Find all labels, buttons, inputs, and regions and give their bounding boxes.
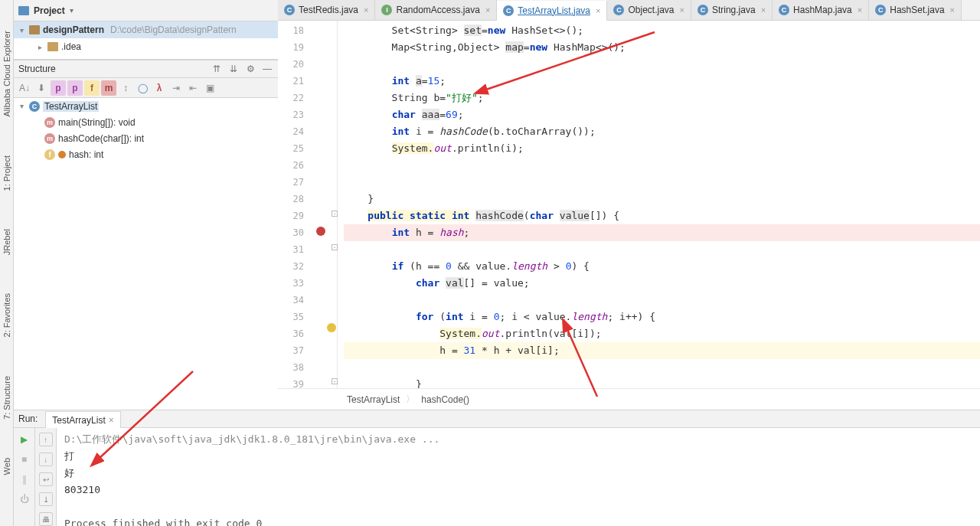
code-text[interactable]: Set<String> set=new HashSet<>(); Map<Str… — [338, 21, 980, 388]
nav-project-label[interactable]: Project — [34, 5, 65, 16]
class-icon: C — [697, 5, 708, 15]
tab-string[interactable]: CString.java× — [691, 0, 773, 20]
expand-icon[interactable]: ▾ — [17, 26, 26, 34]
exit-icon[interactable]: ⏻ — [18, 492, 31, 506]
console-cmdline: D:\工作软件\java\soft\java_jdk\jdk1.8.0_181\… — [64, 433, 439, 445]
member-label: hash: int — [69, 149, 103, 160]
rerun-icon[interactable]: ▶ — [18, 433, 31, 446]
show-lambda-icon[interactable]: λ — [152, 80, 167, 96]
structure-member-row[interactable]: m main(String[]): void — [14, 114, 278, 130]
class-icon: C — [613, 5, 624, 15]
breadcrumb-class[interactable]: TestArrayList — [347, 394, 400, 405]
run-left-toolbar: ▶ ■ ‖ ⏻ — [14, 428, 35, 526]
sort-alpha-icon[interactable]: A↓ — [17, 80, 32, 96]
show-properties-icon[interactable]: p — [51, 80, 66, 96]
tab-object[interactable]: CObject.java× — [607, 0, 691, 20]
nav-dropdown-icon[interactable]: ▾ — [70, 6, 74, 15]
class-icon: C — [503, 5, 514, 16]
autoscroll-from-icon[interactable]: ⇤ — [185, 80, 201, 96]
side-web[interactable]: Web — [2, 458, 11, 475]
intention-bulb-icon[interactable] — [327, 323, 336, 332]
console-exit: Process finished with exit code 0 — [64, 518, 262, 526]
up-icon[interactable]: ↑ — [39, 433, 53, 446]
show-fields-icon[interactable]: f — [84, 80, 100, 96]
folder-icon — [47, 42, 58, 51]
tab-hashset[interactable]: CHashSet.java× — [869, 0, 962, 20]
tab-randomaccess[interactable]: IRandomAccess.java× — [375, 0, 497, 20]
structure-class-row[interactable]: ▾ C TestArrayList — [14, 98, 278, 114]
folder-name: .idea — [61, 41, 81, 52]
tab-testarraylist[interactable]: CTestArrayList.java× — [497, 1, 607, 21]
close-icon[interactable]: × — [364, 5, 368, 15]
breakpoint-icon[interactable] — [316, 227, 325, 236]
show-inherited-icon[interactable]: ↕ — [118, 80, 133, 96]
tab-label: RandomAccess.java — [396, 5, 479, 15]
class-icon: C — [284, 5, 295, 15]
left-tool-gutter: Alibaba Cloud Explorer 1: Project JRebel… — [0, 0, 14, 526]
tab-label: Object.java — [628, 5, 674, 15]
stop-icon[interactable]: ■ — [18, 452, 31, 466]
project-root-name: designPattern — [43, 25, 104, 35]
close-icon[interactable]: × — [596, 6, 600, 15]
expand-icon[interactable]: ▸ — [35, 43, 44, 51]
console-line: 好 — [64, 467, 74, 479]
show-packages-icon[interactable]: p — [67, 80, 83, 96]
structure-member-row[interactable]: m hashCode(char[]): int — [14, 130, 278, 146]
expand-all-icon[interactable]: ⇈ — [211, 63, 223, 75]
close-icon[interactable]: × — [109, 415, 114, 426]
expand-icon[interactable]: ▾ — [17, 102, 26, 110]
pause-icon[interactable]: ‖ — [18, 472, 31, 486]
close-icon[interactable]: × — [485, 5, 490, 15]
module-folder-icon — [29, 25, 40, 34]
side-structure[interactable]: 7: Structure — [2, 376, 11, 420]
project-root-path: D:\code\BigData\designPattern — [110, 25, 237, 35]
structure-header: Structure ⇈ ⇊ ⚙ — — [14, 60, 278, 78]
gear-icon[interactable]: ⚙ — [244, 63, 256, 75]
tab-testredis[interactable]: CTestRedis.java× — [278, 0, 375, 20]
project-root-row[interactable]: ▾ designPattern D:\code\BigData\designPa… — [14, 21, 278, 38]
side-favorites[interactable]: 2: Favorites — [2, 293, 11, 337]
run-right-toolbar: ↑ ↓ ↩ ⤓ 🖶 — [35, 428, 57, 526]
run-config-tab[interactable]: TestArrayList × — [45, 411, 120, 429]
scroll-end-icon[interactable]: ⤓ — [39, 492, 53, 506]
tab-label: HashSet.java — [890, 5, 944, 15]
soft-wrap-icon[interactable]: ↩ — [39, 472, 53, 486]
autoscroll-to-icon[interactable]: ⇥ — [168, 80, 184, 96]
collapse-all-icon[interactable]: ⇊ — [227, 63, 240, 75]
hide-icon[interactable]: — — [261, 63, 273, 75]
breadcrumb-method[interactable]: hashCode() — [421, 394, 469, 405]
fold-icon[interactable]: - — [332, 378, 338, 384]
breadcrumb-separator: 〉 — [406, 393, 415, 406]
close-icon[interactable]: × — [950, 5, 955, 15]
fold-icon[interactable]: - — [332, 211, 338, 217]
expand-icon[interactable]: ▣ — [202, 80, 217, 96]
marker-gutter[interactable]: - - - — [310, 21, 338, 388]
console-output[interactable]: D:\工作软件\java\soft\java_jdk\jdk1.8.0_181\… — [57, 428, 980, 526]
class-icon: C — [875, 5, 886, 15]
code-editor[interactable]: 18 19 20 21 22 23 24 25 26 27 28 29 30 3… — [278, 21, 980, 388]
tab-label: String.java — [712, 5, 756, 15]
side-jrebel[interactable]: JRebel — [2, 229, 11, 255]
side-alibaba[interactable]: Alibaba Cloud Explorer — [2, 31, 11, 117]
side-project[interactable]: 1: Project — [2, 155, 11, 191]
console-line: 打 — [64, 450, 74, 462]
breadcrumb: TestArrayList 〉 hashCode() — [278, 388, 980, 410]
show-anonymous-icon[interactable]: ◯ — [135, 80, 150, 96]
down-icon[interactable]: ↓ — [39, 452, 53, 466]
sort-visibility-icon[interactable]: ⬇ — [34, 80, 49, 96]
close-icon[interactable]: × — [679, 5, 684, 15]
member-label: hashCode(char[]): int — [58, 133, 144, 144]
tab-label: TestArrayList.java — [518, 5, 590, 16]
print-icon[interactable]: 🖶 — [39, 512, 53, 526]
close-icon[interactable]: × — [858, 5, 862, 15]
run-tool-window: ▶ ■ ‖ ⏻ ↑ ↓ ↩ ⤓ 🖶 D:\工作软件\java\soft\java… — [14, 428, 980, 526]
close-icon[interactable]: × — [761, 5, 766, 15]
console-line: 803210 — [64, 484, 100, 495]
show-methods-icon[interactable]: m — [101, 80, 116, 96]
method-icon: m — [44, 117, 55, 128]
structure-member-row[interactable]: f hash: int — [14, 146, 278, 162]
tab-hashmap[interactable]: CHashMap.java× — [773, 0, 869, 20]
fold-icon[interactable]: - — [332, 244, 338, 250]
run-tab-label: TestArrayList — [52, 415, 105, 426]
project-child-row[interactable]: ▸ .idea — [14, 38, 278, 55]
